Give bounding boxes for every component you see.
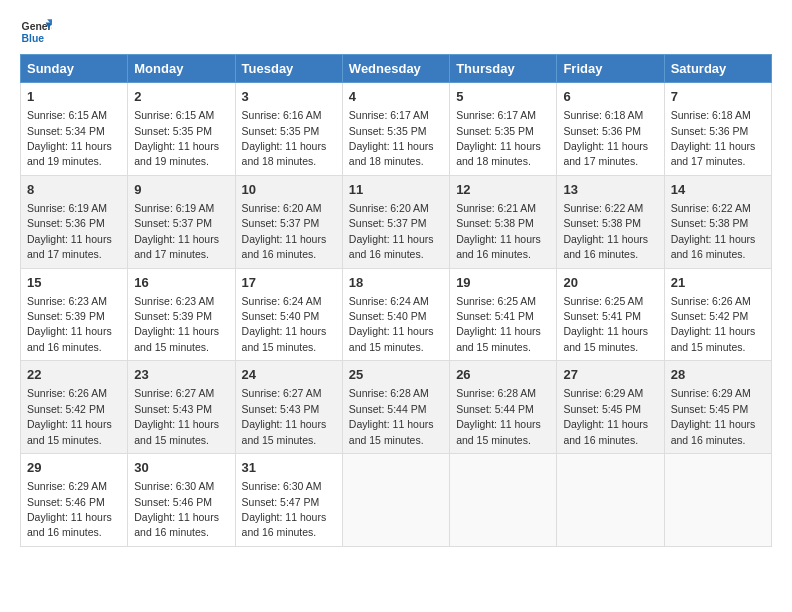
sunrise-info: Sunrise: 6:20 AMSunset: 5:37 PMDaylight:… bbox=[349, 202, 434, 260]
column-header-saturday: Saturday bbox=[664, 55, 771, 83]
calendar-cell: 10Sunrise: 6:20 AMSunset: 5:37 PMDayligh… bbox=[235, 175, 342, 268]
calendar-cell: 2Sunrise: 6:15 AMSunset: 5:35 PMDaylight… bbox=[128, 83, 235, 176]
day-number: 5 bbox=[456, 88, 550, 106]
sunrise-info: Sunrise: 6:18 AMSunset: 5:36 PMDaylight:… bbox=[671, 109, 756, 167]
week-row-2: 8Sunrise: 6:19 AMSunset: 5:36 PMDaylight… bbox=[21, 175, 772, 268]
column-header-sunday: Sunday bbox=[21, 55, 128, 83]
calendar-cell: 17Sunrise: 6:24 AMSunset: 5:40 PMDayligh… bbox=[235, 268, 342, 361]
column-header-friday: Friday bbox=[557, 55, 664, 83]
sunrise-info: Sunrise: 6:15 AMSunset: 5:35 PMDaylight:… bbox=[134, 109, 219, 167]
header-row: SundayMondayTuesdayWednesdayThursdayFrid… bbox=[21, 55, 772, 83]
sunrise-info: Sunrise: 6:24 AMSunset: 5:40 PMDaylight:… bbox=[349, 295, 434, 353]
calendar-cell: 11Sunrise: 6:20 AMSunset: 5:37 PMDayligh… bbox=[342, 175, 449, 268]
calendar-cell: 31Sunrise: 6:30 AMSunset: 5:47 PMDayligh… bbox=[235, 454, 342, 547]
sunrise-info: Sunrise: 6:19 AMSunset: 5:37 PMDaylight:… bbox=[134, 202, 219, 260]
sunrise-info: Sunrise: 6:23 AMSunset: 5:39 PMDaylight:… bbox=[134, 295, 219, 353]
calendar-cell: 13Sunrise: 6:22 AMSunset: 5:38 PMDayligh… bbox=[557, 175, 664, 268]
sunrise-info: Sunrise: 6:17 AMSunset: 5:35 PMDaylight:… bbox=[456, 109, 541, 167]
day-number: 22 bbox=[27, 366, 121, 384]
calendar-cell: 9Sunrise: 6:19 AMSunset: 5:37 PMDaylight… bbox=[128, 175, 235, 268]
sunrise-info: Sunrise: 6:25 AMSunset: 5:41 PMDaylight:… bbox=[456, 295, 541, 353]
day-number: 9 bbox=[134, 181, 228, 199]
svg-text:Blue: Blue bbox=[22, 33, 45, 44]
sunrise-info: Sunrise: 6:22 AMSunset: 5:38 PMDaylight:… bbox=[671, 202, 756, 260]
calendar-cell: 20Sunrise: 6:25 AMSunset: 5:41 PMDayligh… bbox=[557, 268, 664, 361]
column-header-monday: Monday bbox=[128, 55, 235, 83]
calendar-cell: 29Sunrise: 6:29 AMSunset: 5:46 PMDayligh… bbox=[21, 454, 128, 547]
calendar-cell: 12Sunrise: 6:21 AMSunset: 5:38 PMDayligh… bbox=[450, 175, 557, 268]
sunrise-info: Sunrise: 6:15 AMSunset: 5:34 PMDaylight:… bbox=[27, 109, 112, 167]
calendar-cell: 26Sunrise: 6:28 AMSunset: 5:44 PMDayligh… bbox=[450, 361, 557, 454]
calendar-cell: 23Sunrise: 6:27 AMSunset: 5:43 PMDayligh… bbox=[128, 361, 235, 454]
sunrise-info: Sunrise: 6:22 AMSunset: 5:38 PMDaylight:… bbox=[563, 202, 648, 260]
sunrise-info: Sunrise: 6:24 AMSunset: 5:40 PMDaylight:… bbox=[242, 295, 327, 353]
day-number: 20 bbox=[563, 274, 657, 292]
calendar-cell: 3Sunrise: 6:16 AMSunset: 5:35 PMDaylight… bbox=[235, 83, 342, 176]
sunrise-info: Sunrise: 6:29 AMSunset: 5:45 PMDaylight:… bbox=[563, 387, 648, 445]
day-number: 1 bbox=[27, 88, 121, 106]
calendar-cell: 21Sunrise: 6:26 AMSunset: 5:42 PMDayligh… bbox=[664, 268, 771, 361]
column-header-wednesday: Wednesday bbox=[342, 55, 449, 83]
calendar-cell: 28Sunrise: 6:29 AMSunset: 5:45 PMDayligh… bbox=[664, 361, 771, 454]
sunrise-info: Sunrise: 6:26 AMSunset: 5:42 PMDaylight:… bbox=[27, 387, 112, 445]
calendar-cell: 30Sunrise: 6:30 AMSunset: 5:46 PMDayligh… bbox=[128, 454, 235, 547]
day-number: 11 bbox=[349, 181, 443, 199]
calendar-cell: 6Sunrise: 6:18 AMSunset: 5:36 PMDaylight… bbox=[557, 83, 664, 176]
day-number: 18 bbox=[349, 274, 443, 292]
day-number: 8 bbox=[27, 181, 121, 199]
sunrise-info: Sunrise: 6:28 AMSunset: 5:44 PMDaylight:… bbox=[456, 387, 541, 445]
calendar-cell: 15Sunrise: 6:23 AMSunset: 5:39 PMDayligh… bbox=[21, 268, 128, 361]
day-number: 13 bbox=[563, 181, 657, 199]
calendar-cell: 27Sunrise: 6:29 AMSunset: 5:45 PMDayligh… bbox=[557, 361, 664, 454]
calendar-cell: 5Sunrise: 6:17 AMSunset: 5:35 PMDaylight… bbox=[450, 83, 557, 176]
calendar-cell: 24Sunrise: 6:27 AMSunset: 5:43 PMDayligh… bbox=[235, 361, 342, 454]
day-number: 3 bbox=[242, 88, 336, 106]
calendar-cell bbox=[450, 454, 557, 547]
day-number: 2 bbox=[134, 88, 228, 106]
week-row-1: 1Sunrise: 6:15 AMSunset: 5:34 PMDaylight… bbox=[21, 83, 772, 176]
day-number: 17 bbox=[242, 274, 336, 292]
sunrise-info: Sunrise: 6:21 AMSunset: 5:38 PMDaylight:… bbox=[456, 202, 541, 260]
sunrise-info: Sunrise: 6:16 AMSunset: 5:35 PMDaylight:… bbox=[242, 109, 327, 167]
calendar-cell bbox=[557, 454, 664, 547]
sunrise-info: Sunrise: 6:27 AMSunset: 5:43 PMDaylight:… bbox=[134, 387, 219, 445]
sunrise-info: Sunrise: 6:29 AMSunset: 5:45 PMDaylight:… bbox=[671, 387, 756, 445]
day-number: 25 bbox=[349, 366, 443, 384]
sunrise-info: Sunrise: 6:30 AMSunset: 5:47 PMDaylight:… bbox=[242, 480, 327, 538]
sunrise-info: Sunrise: 6:20 AMSunset: 5:37 PMDaylight:… bbox=[242, 202, 327, 260]
column-header-tuesday: Tuesday bbox=[235, 55, 342, 83]
week-row-4: 22Sunrise: 6:26 AMSunset: 5:42 PMDayligh… bbox=[21, 361, 772, 454]
sunrise-info: Sunrise: 6:23 AMSunset: 5:39 PMDaylight:… bbox=[27, 295, 112, 353]
calendar-cell bbox=[664, 454, 771, 547]
day-number: 31 bbox=[242, 459, 336, 477]
day-number: 21 bbox=[671, 274, 765, 292]
day-number: 26 bbox=[456, 366, 550, 384]
column-header-thursday: Thursday bbox=[450, 55, 557, 83]
day-number: 15 bbox=[27, 274, 121, 292]
day-number: 6 bbox=[563, 88, 657, 106]
logo: General Blue bbox=[20, 16, 52, 48]
day-number: 12 bbox=[456, 181, 550, 199]
sunrise-info: Sunrise: 6:19 AMSunset: 5:36 PMDaylight:… bbox=[27, 202, 112, 260]
day-number: 24 bbox=[242, 366, 336, 384]
day-number: 27 bbox=[563, 366, 657, 384]
sunrise-info: Sunrise: 6:26 AMSunset: 5:42 PMDaylight:… bbox=[671, 295, 756, 353]
sunrise-info: Sunrise: 6:27 AMSunset: 5:43 PMDaylight:… bbox=[242, 387, 327, 445]
calendar-cell: 25Sunrise: 6:28 AMSunset: 5:44 PMDayligh… bbox=[342, 361, 449, 454]
page-header: General Blue bbox=[20, 16, 772, 48]
sunrise-info: Sunrise: 6:25 AMSunset: 5:41 PMDaylight:… bbox=[563, 295, 648, 353]
day-number: 4 bbox=[349, 88, 443, 106]
sunrise-info: Sunrise: 6:30 AMSunset: 5:46 PMDaylight:… bbox=[134, 480, 219, 538]
day-number: 23 bbox=[134, 366, 228, 384]
sunrise-info: Sunrise: 6:18 AMSunset: 5:36 PMDaylight:… bbox=[563, 109, 648, 167]
calendar-cell: 18Sunrise: 6:24 AMSunset: 5:40 PMDayligh… bbox=[342, 268, 449, 361]
day-number: 28 bbox=[671, 366, 765, 384]
day-number: 14 bbox=[671, 181, 765, 199]
day-number: 7 bbox=[671, 88, 765, 106]
sunrise-info: Sunrise: 6:29 AMSunset: 5:46 PMDaylight:… bbox=[27, 480, 112, 538]
calendar-cell: 14Sunrise: 6:22 AMSunset: 5:38 PMDayligh… bbox=[664, 175, 771, 268]
sunrise-info: Sunrise: 6:17 AMSunset: 5:35 PMDaylight:… bbox=[349, 109, 434, 167]
day-number: 19 bbox=[456, 274, 550, 292]
week-row-3: 15Sunrise: 6:23 AMSunset: 5:39 PMDayligh… bbox=[21, 268, 772, 361]
calendar-cell: 7Sunrise: 6:18 AMSunset: 5:36 PMDaylight… bbox=[664, 83, 771, 176]
